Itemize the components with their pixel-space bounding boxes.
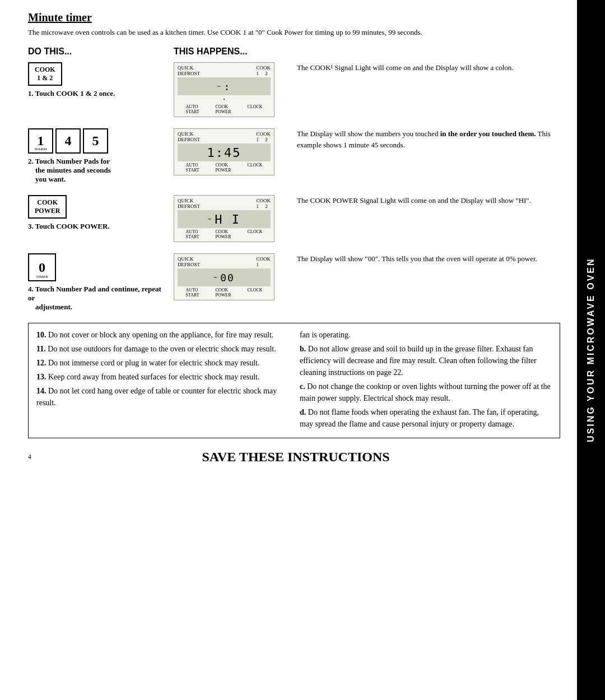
section-title: Minute timer bbox=[28, 11, 560, 24]
step-4-row: 0TIMER 4. Touch Number Pad and continue,… bbox=[28, 253, 560, 312]
cook12-button[interactable]: COOK1 & 2 bbox=[28, 62, 62, 86]
timer-0-button[interactable]: 0TIMER bbox=[28, 253, 56, 281]
step-2-display: QUICKDEFROST COOK1 2 1:45 AUTOSTARTCOOKP… bbox=[174, 128, 286, 175]
step-4-label: 4. Touch Number Pad and continue, repeat… bbox=[28, 285, 162, 312]
right-item-c: c. Do not change the cooktop or oven lig… bbox=[300, 381, 552, 404]
intro-text: The microwave oven controls can be used … bbox=[28, 27, 560, 38]
minute-timer-section: Minute timer The microwave oven controls… bbox=[28, 11, 560, 312]
display-screen-4: ~00 bbox=[178, 268, 271, 286]
number-buttons: 1WARM 4 5 bbox=[28, 128, 108, 154]
sidebar: USING YOUR MICROWAVE OVEN bbox=[577, 0, 605, 700]
step-3-do: COOKPOWER 3. Touch COOK POWER. bbox=[28, 195, 162, 231]
step-2-label: 2. Touch Number Pads for the minutes and… bbox=[28, 157, 111, 184]
display-screen-1: ~: bbox=[178, 77, 271, 95]
step-1-label: 1. Touch COOK 1 & 2 once. bbox=[28, 89, 115, 98]
list-item-13: 13. Keep cord away from heated surfaces … bbox=[36, 371, 288, 383]
step-3-row: COOKPOWER 3. Touch COOK POWER. QUICKDEFR… bbox=[28, 195, 560, 242]
save-instructions-row: 4 SAVE THESE INSTRUCTIONS bbox=[28, 443, 560, 471]
step-3-desc: The COOK POWER Signal Light will come on… bbox=[297, 195, 560, 206]
num-btn-4[interactable]: 4 bbox=[55, 128, 81, 154]
save-instructions: SAVE THESE INSTRUCTIONS bbox=[31, 449, 560, 465]
step-1-row: COOK1 & 2 1. Touch COOK 1 & 2 once. QUIC… bbox=[28, 62, 560, 117]
left-list: 10. Do not cover or block any opening on… bbox=[36, 329, 288, 432]
num-btn-1[interactable]: 1WARM bbox=[28, 128, 53, 154]
list-item-10: 10. Do not cover or block any opening on… bbox=[36, 329, 288, 341]
step-3-label: 3. Touch COOK POWER. bbox=[28, 222, 110, 231]
step-2-do: 1WARM 4 5 2. Touch Number Pads for the m… bbox=[28, 128, 162, 184]
step-4-desc: The Display will show "00". This tells y… bbox=[297, 253, 560, 265]
do-this-header: DO THIS... bbox=[28, 47, 162, 57]
step-1-do: COOK1 & 2 1. Touch COOK 1 & 2 once. bbox=[28, 62, 162, 98]
step-2-row: 1WARM 4 5 2. Touch Number Pads for the m… bbox=[28, 128, 560, 184]
step-2-desc: The Display will show the numbers you to… bbox=[297, 128, 560, 150]
step-1-desc: The COOK¹ Signal Light will come on and … bbox=[297, 62, 560, 73]
display-screen-3: ~H I bbox=[178, 210, 271, 228]
step-4-do: 0TIMER 4. Touch Number Pad and continue,… bbox=[28, 253, 162, 312]
step-1-display: QUICKDEFROST COOK1 2 ~: • AUTOSTARTCOOKP… bbox=[174, 62, 286, 117]
two-col-list: 10. Do not cover or block any opening on… bbox=[36, 329, 552, 432]
happens-header: THIS HAPPENS... bbox=[174, 47, 286, 57]
sidebar-text: USING YOUR MICROWAVE OVEN bbox=[586, 258, 596, 443]
cook-power-button[interactable]: COOKPOWER bbox=[28, 195, 67, 219]
right-item-d: d. Do not flame foods when operating the… bbox=[300, 406, 552, 430]
right-list: fan is operating. b. Do not allow grease… bbox=[300, 329, 552, 432]
list-item-11: 11. Do not use outdoors for damage to th… bbox=[36, 343, 288, 355]
list-item-12: 12. Do not immerse cord or plug in water… bbox=[36, 357, 288, 369]
right-item-fan: fan is operating. bbox=[300, 329, 552, 341]
bottom-section: 10. Do not cover or block any opening on… bbox=[28, 323, 560, 438]
display-screen-2: 1:45 bbox=[178, 143, 271, 161]
list-item-14: 14. Do not let cord hang over edge of ta… bbox=[36, 385, 288, 409]
right-item-b: b. Do not allow grease and soil to build… bbox=[300, 343, 552, 378]
step-3-display: QUICKDEFROST COOK1 2 ~H I AUTOSTARTCOOKP… bbox=[174, 195, 286, 242]
num-btn-5[interactable]: 5 bbox=[83, 128, 108, 154]
column-headers: DO THIS... THIS HAPPENS... bbox=[28, 47, 560, 57]
step-4-display: QUICKDEFROST COOK1 ~00 AUTOSTARTCOOKPOWE… bbox=[174, 253, 286, 300]
